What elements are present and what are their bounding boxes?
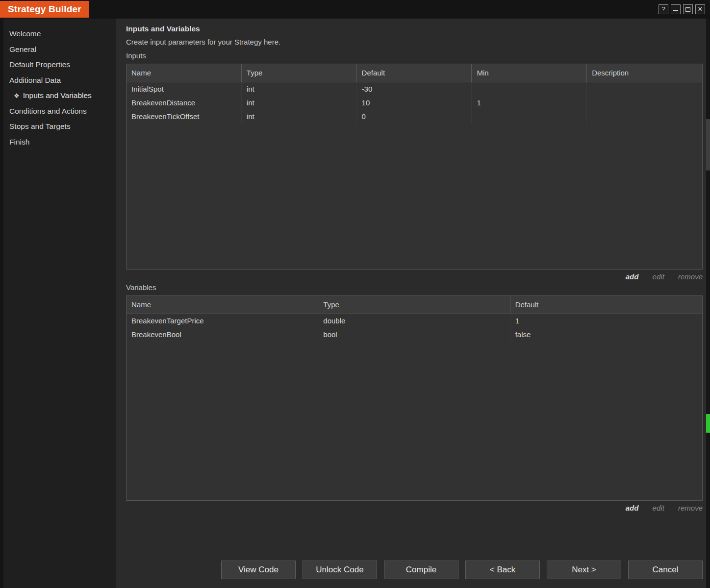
title-bar: Strategy Builder ? ✕	[0, 0, 710, 19]
column-header-type[interactable]: Type	[242, 64, 357, 82]
next-button[interactable]: Next >	[547, 561, 621, 579]
close-icon: ✕	[698, 5, 703, 14]
table-row[interactable]: BreakevenTickOffset int 0	[127, 110, 702, 123]
cell-default: 0	[357, 110, 472, 123]
column-header-description[interactable]: Description	[587, 64, 702, 82]
page-title: Inputs and Variables	[126, 24, 703, 33]
cell-min	[472, 110, 587, 123]
column-header-default[interactable]: Default	[510, 296, 702, 314]
table-row[interactable]: BreakevenTargetPrice double 1	[127, 314, 702, 328]
window-controls: ? ✕	[659, 4, 705, 14]
cell-name: BreakevenBool	[127, 328, 318, 342]
sidebar-item-additional-data[interactable]: Additional Data	[3, 73, 116, 88]
wizard-steps-sidebar: Welcome General Default Properties Addit…	[0, 19, 116, 588]
current-step-icon: ❖	[14, 92, 20, 99]
cell-type: double	[318, 314, 510, 328]
cell-type: bool	[318, 328, 510, 342]
window-title: Strategy Builder	[0, 1, 89, 18]
column-header-name[interactable]: Name	[127, 64, 242, 82]
variables-table-header: Name Type Default	[127, 296, 702, 314]
cell-name: BreakevenDistance	[127, 96, 242, 110]
cell-default: 1	[510, 314, 702, 328]
inputs-add-link[interactable]: add	[626, 272, 639, 281]
variables-table: Name Type Default BreakevenTargetPrice d…	[126, 295, 703, 501]
cell-name: BreakevenTickOffset	[127, 110, 242, 123]
main-panel: Inputs and Variables Create input parame…	[116, 19, 710, 588]
sidebar-item-inputs-and-variables[interactable]: ❖Inputs and Variables	[3, 88, 116, 103]
compile-button[interactable]: Compile	[384, 561, 458, 579]
sidebar-item-general[interactable]: General	[3, 42, 116, 57]
unlock-code-button[interactable]: Unlock Code	[303, 561, 377, 579]
question-icon: ?	[661, 5, 665, 14]
maximize-icon	[685, 7, 690, 12]
view-code-button[interactable]: View Code	[221, 561, 296, 579]
column-header-type[interactable]: Type	[318, 296, 510, 314]
inputs-edit-link[interactable]: edit	[653, 272, 664, 281]
variables-remove-link[interactable]: remove	[678, 504, 703, 512]
table-row[interactable]: BreakevenBool bool false	[127, 328, 702, 342]
back-button[interactable]: < Back	[465, 561, 540, 579]
column-header-default[interactable]: Default	[357, 64, 472, 82]
variables-edit-link[interactable]: edit	[653, 504, 664, 512]
scrollbar-green-marker	[706, 414, 710, 433]
maximize-button[interactable]	[683, 4, 693, 14]
cell-default: false	[510, 328, 702, 342]
cell-description	[587, 110, 702, 123]
bottom-button-row: View Code Unlock Code Compile < Back Nex…	[221, 561, 703, 579]
close-button[interactable]: ✕	[695, 4, 705, 14]
cell-type: int	[242, 110, 357, 123]
cell-description	[587, 82, 702, 96]
inputs-table: Name Type Default Min Description Initia…	[126, 64, 703, 270]
cell-min	[472, 82, 587, 96]
strategy-builder-window: Strategy Builder ? ✕ Welcome General Def…	[0, 0, 710, 588]
cell-type: int	[242, 82, 357, 96]
vertical-scrollbar[interactable]	[706, 19, 710, 588]
variables-table-actions: add edit remove	[126, 504, 703, 514]
scrollbar-thumb[interactable]	[706, 119, 710, 171]
table-row[interactable]: BreakevenDistance int 10 1	[127, 96, 702, 110]
cell-name: InitialSpot	[127, 82, 242, 96]
inputs-section-label: Inputs	[126, 51, 703, 60]
cell-type: int	[242, 96, 357, 110]
cancel-button[interactable]: Cancel	[628, 561, 703, 579]
sidebar-item-default-properties[interactable]: Default Properties	[3, 57, 116, 73]
sidebar-item-label: Inputs and Variables	[23, 91, 92, 99]
inputs-remove-link[interactable]: remove	[678, 272, 703, 281]
sidebar-item-conditions-and-actions[interactable]: Conditions and Actions	[3, 103, 116, 119]
inputs-table-header: Name Type Default Min Description	[127, 64, 702, 82]
minimize-icon	[673, 7, 678, 11]
cell-description	[587, 96, 702, 110]
minimize-button[interactable]	[671, 4, 681, 14]
table-row[interactable]: InitialSpot int -30	[127, 82, 702, 96]
variables-add-link[interactable]: add	[626, 504, 639, 512]
cell-min: 1	[472, 96, 587, 110]
inputs-table-actions: add edit remove	[126, 272, 703, 282]
page-subtitle: Create input parameters for your Strateg…	[126, 38, 703, 46]
cell-name: BreakevenTargetPrice	[127, 314, 318, 328]
cell-default: -30	[357, 82, 472, 96]
column-header-min[interactable]: Min	[472, 64, 587, 82]
cell-default: 10	[357, 96, 472, 110]
help-button[interactable]: ?	[659, 4, 668, 14]
sidebar-item-welcome[interactable]: Welcome	[3, 26, 116, 42]
column-header-name[interactable]: Name	[127, 296, 318, 314]
sidebar-item-finish[interactable]: Finish	[3, 134, 116, 150]
sidebar-item-stops-and-targets[interactable]: Stops and Targets	[3, 119, 116, 134]
variables-section-label: Variables	[126, 283, 703, 292]
